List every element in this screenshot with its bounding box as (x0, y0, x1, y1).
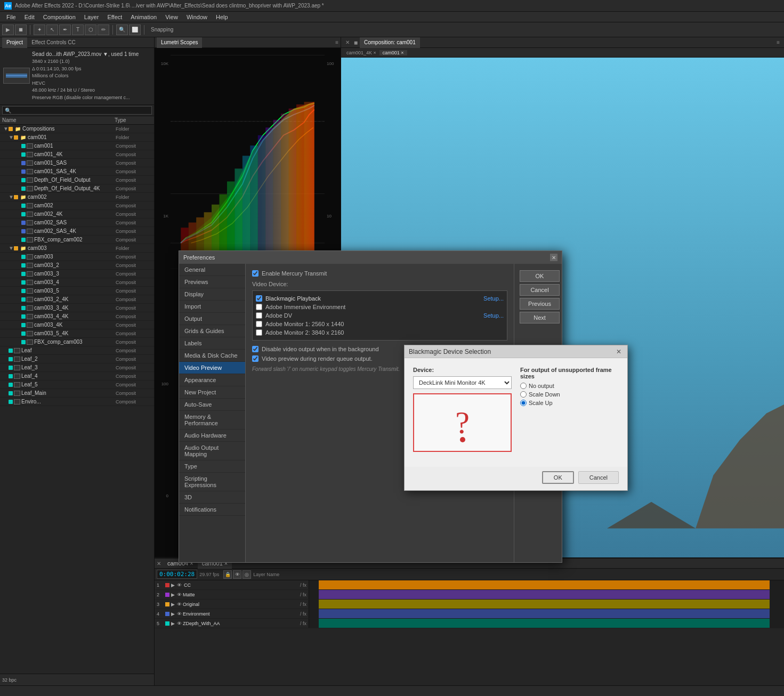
toolbar-btn-10[interactable]: ⬜ (129, 25, 141, 35)
tree-row-depth-output[interactable]: Depth_Of_Field_Output Composit (0, 176, 154, 184)
pref-item-scripting-expressions[interactable]: Scripting Expressions (179, 473, 245, 491)
layer-video-3[interactable]: 👁 (177, 602, 182, 607)
pref-item-audio-hardware[interactable]: Audio Hardware (179, 430, 245, 442)
pref-item-audio-output-mapping[interactable]: Audio Output Mapping (179, 442, 245, 460)
tree-row-leaf-main[interactable]: Leaf_Main Composit (0, 389, 154, 398)
tree-row-cam001-sas-4k[interactable]: cam001_SAS_4K Composit (0, 167, 154, 176)
toolbar-btn-9[interactable]: 🔍 (116, 25, 128, 35)
btn-cancel[interactable]: Cancel (520, 284, 560, 296)
tree-row-depth-output-4k[interactable]: Depth_Of_Field_Output_4K Composit (0, 184, 154, 193)
btn-previous[interactable]: Previous (520, 298, 560, 310)
device-check-monitor1[interactable] (256, 321, 262, 327)
timeline-solo-btn[interactable]: ◎ (243, 570, 251, 579)
tree-row-cam001-4k[interactable]: cam001_4K Composit (0, 150, 154, 159)
layer-bar-2[interactable] (309, 590, 784, 599)
pref-item-grids-guides[interactable]: Grids & Guides (179, 325, 245, 337)
menu-file[interactable]: File (2, 12, 20, 22)
tree-row-fbx-comp-cam002[interactable]: FBX_comp_cam002 Composit (0, 236, 154, 244)
pref-item-media-disk-cache[interactable]: Media & Disk Cache (179, 350, 245, 362)
bmd-btn-cancel[interactable]: Cancel (578, 471, 619, 484)
layer-expand-1[interactable]: ▶ (171, 582, 175, 588)
menu-view[interactable]: View (161, 12, 182, 22)
subtab-cam001-4k[interactable]: cam001_4K × (343, 50, 379, 55)
pref-item-video-preview[interactable]: Video Preview (179, 362, 245, 374)
timeline-lock-btn[interactable]: 🔒 (223, 570, 232, 579)
tree-row-cam001-folder[interactable]: ▼ 📁 cam001 Folder (0, 133, 154, 142)
device-check-immersive[interactable] (256, 304, 262, 310)
tree-row-cam003-2-4k[interactable]: cam003_2_4K Composit (0, 295, 154, 304)
menu-window[interactable]: Window (182, 12, 212, 22)
tree-row-cam003-5-4k[interactable]: cam003_5_4K Composit (0, 329, 154, 338)
layer-video-5[interactable]: 👁 (177, 621, 182, 626)
tree-row-cam003-3-4k[interactable]: cam003_3_4K Composit (0, 304, 154, 312)
tree-row-leaf-5[interactable]: Leaf_5 Composit (0, 381, 154, 389)
tree-row-cam002-sas-4k[interactable]: cam002_SAS_4K Composit (0, 227, 154, 236)
layer-fx-5[interactable]: / fx (300, 621, 306, 626)
pref-item-import[interactable]: Import (179, 301, 245, 313)
layer-bar-4[interactable] (309, 609, 784, 618)
pref-item-labels[interactable]: Labels (179, 337, 245, 350)
bmd-radio-no-output[interactable] (520, 383, 527, 389)
menu-effect[interactable]: Effect (103, 12, 126, 22)
layer-video-4[interactable]: 👁 (177, 611, 182, 617)
timeline-cam004-close[interactable]: ✕ (155, 561, 163, 566)
tree-row-cam003-3[interactable]: cam003_3 Composit (0, 270, 154, 278)
btn-ok[interactable]: OK (520, 270, 560, 282)
tab-effect-controls[interactable]: Effect Controls CC (27, 39, 80, 45)
toolbar-btn-5[interactable]: ✒ (59, 25, 71, 35)
toolbar-btn-8[interactable]: ✏ (98, 25, 109, 35)
layer-expand-3[interactable]: ▶ (171, 602, 175, 607)
disable-background-checkbox[interactable] (252, 346, 258, 352)
tree-row-enviro[interactable]: Enviro... Composit (0, 398, 154, 406)
pref-item-type[interactable]: Type (179, 460, 245, 473)
tree-row-cam003-5[interactable]: cam003_5 Composit (0, 287, 154, 295)
tree-row-compositions[interactable]: ▼ 📁 Compositions Folder (0, 125, 154, 133)
layer-fx-3[interactable]: / fx (300, 602, 306, 607)
tree-row-cam002[interactable]: cam002 Composit (0, 201, 154, 210)
tree-row-cam001-sas[interactable]: cam001_SAS Composit (0, 159, 154, 167)
device-check-blackmagic[interactable] (256, 295, 262, 302)
layer-fx-2[interactable]: / fx (300, 592, 306, 597)
tree-row-leaf-4[interactable]: Leaf_4 Composit (0, 372, 154, 381)
tab-project[interactable]: Project (2, 37, 27, 48)
pref-item-auto-save[interactable]: Auto-Save (179, 399, 245, 411)
setup-link-dv[interactable]: Setup... (483, 312, 504, 319)
toolbar-btn-2[interactable]: ⏹ (15, 25, 27, 35)
device-check-dv[interactable] (256, 312, 262, 319)
toolbar-btn-3[interactable]: ✦ (34, 25, 45, 35)
toolbar-btn-6[interactable]: T (72, 25, 84, 35)
layer-video-1[interactable]: 👁 (177, 582, 182, 588)
tree-row-cam003-4[interactable]: cam003_4 Composit (0, 278, 154, 287)
setup-link-blackmagic[interactable]: Setup... (483, 295, 504, 302)
menu-layer[interactable]: Layer (80, 12, 103, 22)
bmd-radio-scale-down[interactable] (520, 391, 527, 398)
toolbar-btn-1[interactable]: ▶ (2, 25, 14, 35)
tree-row-cam003-folder[interactable]: ▼ 📁 cam003 Folder (0, 244, 154, 253)
layer-bar-3[interactable] (309, 600, 784, 609)
layer-expand-2[interactable]: ▶ (171, 592, 175, 597)
tree-row-cam003-4-4k[interactable]: cam003_4_4K Composit (0, 312, 154, 321)
layer-bar-5[interactable] (309, 619, 784, 628)
tab-lumetri-scopes[interactable]: Lumetri Scopes (157, 37, 202, 48)
menu-composition[interactable]: Composition (39, 12, 80, 22)
layer-expand-4[interactable]: ▶ (171, 611, 175, 617)
comp-close-btn[interactable]: ✕ (343, 39, 352, 45)
tree-row-cam003-2[interactable]: cam003_2 Composit (0, 261, 154, 270)
bmd-close-btn[interactable]: ✕ (615, 347, 623, 356)
tree-row-cam001[interactable]: cam001 Composit (0, 142, 154, 150)
scopes-menu-btn[interactable]: ≡ (335, 39, 338, 45)
pref-item-display[interactable]: Display (179, 288, 245, 301)
menu-help[interactable]: Help (212, 12, 232, 22)
device-check-monitor2[interactable] (256, 329, 262, 336)
tree-row-cam002-sas[interactable]: cam002_SAS Composit (0, 218, 154, 227)
bmd-device-select[interactable]: DeckLink Mini Monitor 4K DeckLink 8K Pro (413, 376, 512, 389)
comp-menu-btn[interactable]: ≡ (774, 39, 782, 45)
pref-item-appearance[interactable]: Appearance (179, 374, 245, 386)
layer-fx-4[interactable]: / fx (300, 611, 306, 617)
subtab-cam001[interactable]: cam001 × (379, 50, 407, 55)
btn-next[interactable]: Next (520, 312, 560, 323)
tree-row-fbx-comp-cam003[interactable]: FBX_comp_cam003 Composit (0, 338, 154, 346)
layer-fx-1[interactable]: / fx (300, 582, 306, 588)
tree-row-cam003-4k[interactable]: cam003_4K Composit (0, 321, 154, 329)
tab-composition-cam001[interactable]: Composition: cam001 (360, 37, 420, 48)
